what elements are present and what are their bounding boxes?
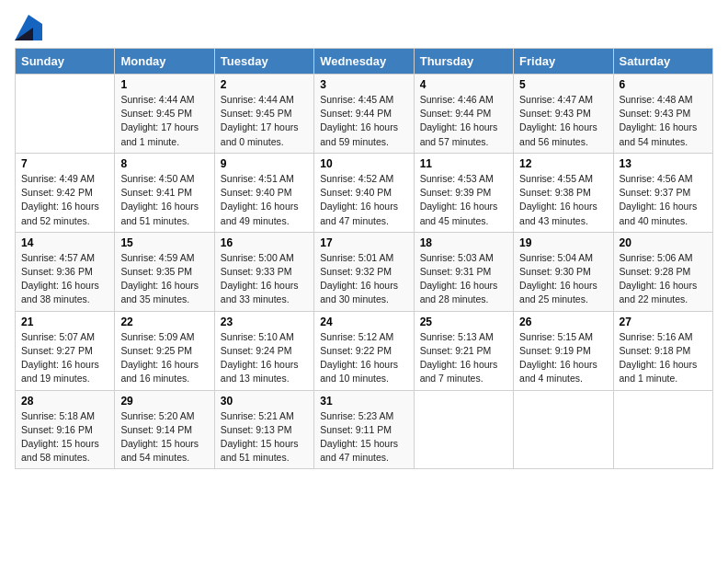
day-number: 14 [21,236,108,249]
cell-content: Sunrise: 4:50 AM Sunset: 9:41 PM Dayligh… [120,172,208,228]
day-number: 21 [21,316,108,328]
calendar-cell [16,75,115,154]
cell-content: Sunrise: 4:57 AM Sunset: 9:36 PM Dayligh… [21,251,108,307]
cell-content: Sunrise: 5:10 AM Sunset: 9:24 PM Dayligh… [221,330,308,386]
day-number: 28 [21,395,108,408]
day-number: 20 [620,236,707,249]
calendar-cell: 11Sunrise: 4:53 AM Sunset: 9:39 PM Dayli… [414,153,513,232]
day-number: 15 [120,236,208,249]
calendar-cell: 29Sunrise: 5:20 AM Sunset: 9:14 PM Dayli… [115,390,214,469]
day-number: 9 [221,157,308,170]
day-header-friday: Friday [514,49,613,75]
cell-content: Sunrise: 5:15 AM Sunset: 9:19 PM Dayligh… [519,330,607,386]
calendar-cell: 2Sunrise: 4:44 AM Sunset: 9:45 PM Daylig… [214,75,313,154]
day-number: 16 [221,236,308,249]
day-number: 10 [320,157,407,170]
cell-content: Sunrise: 4:48 AM Sunset: 9:43 PM Dayligh… [620,93,707,149]
calendar-cell: 14Sunrise: 4:57 AM Sunset: 9:36 PM Dayli… [16,232,115,311]
cell-content: Sunrise: 5:21 AM Sunset: 9:13 PM Dayligh… [221,409,308,465]
cell-content: Sunrise: 5:23 AM Sunset: 9:11 PM Dayligh… [320,409,407,465]
day-number: 17 [320,236,407,249]
calendar-cell: 30Sunrise: 5:21 AM Sunset: 9:13 PM Dayli… [214,390,313,469]
calendar-cell: 24Sunrise: 5:12 AM Sunset: 9:22 PM Dayli… [314,311,414,390]
day-header-wednesday: Wednesday [314,49,414,75]
cell-content: Sunrise: 4:51 AM Sunset: 9:40 PM Dayligh… [221,172,308,228]
cell-content: Sunrise: 4:56 AM Sunset: 9:37 PM Dayligh… [620,172,707,228]
calendar-cell: 26Sunrise: 5:15 AM Sunset: 9:19 PM Dayli… [514,311,613,390]
calendar-cell: 12Sunrise: 4:55 AM Sunset: 9:38 PM Dayli… [514,153,613,232]
day-number: 22 [120,316,208,328]
day-number: 8 [120,157,208,170]
cell-content: Sunrise: 5:03 AM Sunset: 9:31 PM Dayligh… [420,251,507,307]
day-header-thursday: Thursday [414,49,513,75]
day-number: 30 [221,395,308,408]
day-header-monday: Monday [115,49,214,75]
cell-content: Sunrise: 5:06 AM Sunset: 9:28 PM Dayligh… [620,251,707,307]
cell-content: Sunrise: 4:46 AM Sunset: 9:44 PM Dayligh… [420,93,507,149]
day-number: 3 [320,78,407,91]
day-number: 12 [519,157,607,170]
day-number: 31 [320,395,407,408]
calendar-cell [514,390,613,469]
cell-content: Sunrise: 5:01 AM Sunset: 9:32 PM Dayligh… [320,251,407,307]
calendar-cell: 19Sunrise: 5:04 AM Sunset: 9:30 PM Dayli… [514,232,613,311]
day-number: 1 [120,78,208,91]
cell-content: Sunrise: 5:07 AM Sunset: 9:27 PM Dayligh… [21,330,108,386]
day-number: 19 [519,236,607,249]
cell-content: Sunrise: 4:53 AM Sunset: 9:39 PM Dayligh… [420,172,507,228]
cell-content: Sunrise: 5:12 AM Sunset: 9:22 PM Dayligh… [320,330,407,386]
day-number: 13 [620,157,707,170]
calendar-cell: 4Sunrise: 4:46 AM Sunset: 9:44 PM Daylig… [414,75,513,154]
calendar-cell: 17Sunrise: 5:01 AM Sunset: 9:32 PM Dayli… [314,232,414,311]
cell-content: Sunrise: 4:47 AM Sunset: 9:43 PM Dayligh… [519,93,607,149]
day-header-saturday: Saturday [613,49,712,75]
cell-content: Sunrise: 4:45 AM Sunset: 9:44 PM Dayligh… [320,93,407,149]
calendar-body: 1Sunrise: 4:44 AM Sunset: 9:45 PM Daylig… [16,75,713,469]
day-number: 6 [620,78,707,91]
cell-content: Sunrise: 5:18 AM Sunset: 9:16 PM Dayligh… [21,409,108,465]
page-header [15,15,713,40]
logo [15,15,46,40]
calendar-cell: 25Sunrise: 5:13 AM Sunset: 9:21 PM Dayli… [414,311,513,390]
calendar-cell: 16Sunrise: 5:00 AM Sunset: 9:33 PM Dayli… [214,232,313,311]
cell-content: Sunrise: 5:04 AM Sunset: 9:30 PM Dayligh… [519,251,607,307]
calendar-header-row: SundayMondayTuesdayWednesdayThursdayFrid… [16,49,713,75]
calendar-cell: 10Sunrise: 4:52 AM Sunset: 9:40 PM Dayli… [314,153,414,232]
calendar-cell: 8Sunrise: 4:50 AM Sunset: 9:41 PM Daylig… [115,153,214,232]
day-number: 27 [620,316,707,328]
calendar-cell: 1Sunrise: 4:44 AM Sunset: 9:45 PM Daylig… [115,75,214,154]
cell-content: Sunrise: 4:49 AM Sunset: 9:42 PM Dayligh… [21,172,108,228]
cell-content: Sunrise: 5:16 AM Sunset: 9:18 PM Dayligh… [620,330,707,386]
calendar-week-3: 14Sunrise: 4:57 AM Sunset: 9:36 PM Dayli… [16,232,713,311]
calendar-cell: 23Sunrise: 5:10 AM Sunset: 9:24 PM Dayli… [214,311,313,390]
calendar-cell: 6Sunrise: 4:48 AM Sunset: 9:43 PM Daylig… [613,75,712,154]
day-number: 11 [420,157,507,170]
day-header-sunday: Sunday [16,49,115,75]
calendar-week-5: 28Sunrise: 5:18 AM Sunset: 9:16 PM Dayli… [16,390,713,469]
calendar-cell: 7Sunrise: 4:49 AM Sunset: 9:42 PM Daylig… [16,153,115,232]
calendar-cell [613,390,712,469]
calendar-cell: 18Sunrise: 5:03 AM Sunset: 9:31 PM Dayli… [414,232,513,311]
calendar-cell: 3Sunrise: 4:45 AM Sunset: 9:44 PM Daylig… [314,75,414,154]
day-header-tuesday: Tuesday [214,49,313,75]
cell-content: Sunrise: 4:44 AM Sunset: 9:45 PM Dayligh… [120,93,208,149]
cell-content: Sunrise: 5:00 AM Sunset: 9:33 PM Dayligh… [221,251,308,307]
day-number: 26 [519,316,607,328]
calendar-cell: 27Sunrise: 5:16 AM Sunset: 9:18 PM Dayli… [613,311,712,390]
day-number: 7 [21,157,108,170]
day-number: 4 [420,78,507,91]
calendar-cell: 15Sunrise: 4:59 AM Sunset: 9:35 PM Dayli… [115,232,214,311]
day-number: 18 [420,236,507,249]
calendar-cell: 31Sunrise: 5:23 AM Sunset: 9:11 PM Dayli… [314,390,414,469]
calendar-cell: 20Sunrise: 5:06 AM Sunset: 9:28 PM Dayli… [613,232,712,311]
day-number: 2 [221,78,308,91]
day-number: 24 [320,316,407,328]
calendar-cell [414,390,513,469]
calendar-cell: 13Sunrise: 4:56 AM Sunset: 9:37 PM Dayli… [613,153,712,232]
cell-content: Sunrise: 4:44 AM Sunset: 9:45 PM Dayligh… [221,93,308,149]
calendar-week-4: 21Sunrise: 5:07 AM Sunset: 9:27 PM Dayli… [16,311,713,390]
calendar-cell: 21Sunrise: 5:07 AM Sunset: 9:27 PM Dayli… [16,311,115,390]
cell-content: Sunrise: 5:09 AM Sunset: 9:25 PM Dayligh… [120,330,208,386]
day-number: 23 [221,316,308,328]
day-number: 25 [420,316,507,328]
